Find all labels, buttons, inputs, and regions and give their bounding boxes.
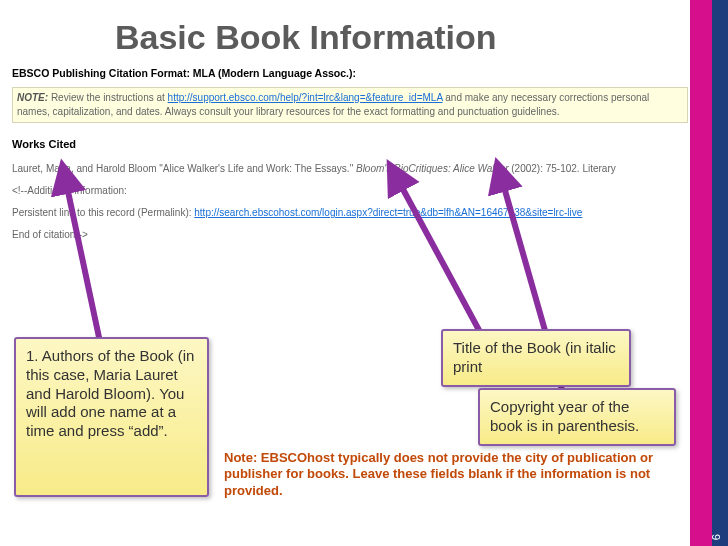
works-cited-heading: Works Cited xyxy=(12,137,688,152)
ebsco-header: EBSCO Publishing Citation Format: MLA (M… xyxy=(12,64,688,85)
callout-copyright: Copyright year of the book is in parenth… xyxy=(478,388,676,446)
callout-title: Title of the Book (in italic print xyxy=(441,329,631,387)
permalink-url[interactable]: http://search.ebscohost.com/login.aspx?d… xyxy=(194,207,582,218)
permalink-label: Persistent link to this record (Permalin… xyxy=(12,207,194,218)
citation-post: (2002): 75-102. Literary xyxy=(508,163,615,174)
note-link[interactable]: http://support.ebsco.com/help/?int=lrc&l… xyxy=(168,92,443,103)
note-label: NOTE: xyxy=(17,92,48,103)
sidebar-stripes xyxy=(690,0,728,546)
citation-pre: Lauret, Maria, and Harold Bloom "Alice W… xyxy=(12,163,356,174)
stripe-pink xyxy=(690,0,712,546)
slide: 6 Basic Book Information EBSCO Publishin… xyxy=(0,0,728,546)
note-banner: NOTE: Review the instructions at http://… xyxy=(12,87,688,123)
permalink-line: Persistent link to this record (Permalin… xyxy=(12,206,688,220)
page-title: Basic Book Information xyxy=(115,18,497,57)
note-text-pre: Review the instructions at xyxy=(48,92,168,103)
citation-line: Lauret, Maria, and Harold Bloom "Alice W… xyxy=(12,162,688,176)
citation-italic: Bloom's BioCritiques: Alice Walker xyxy=(356,163,509,174)
stripe-blue xyxy=(712,0,728,546)
callout-authors: 1. Authors of the Book (in this case, Ma… xyxy=(14,337,209,497)
ebsco-citation-block: EBSCO Publishing Citation Format: MLA (M… xyxy=(12,64,688,242)
page-number: 6 xyxy=(710,534,722,540)
additional-info-close: End of citation--> xyxy=(12,228,688,242)
footnote: Note: EBSCOhost typically does not provi… xyxy=(224,450,664,499)
additional-info-open: <!--Additional Information: xyxy=(12,184,688,198)
